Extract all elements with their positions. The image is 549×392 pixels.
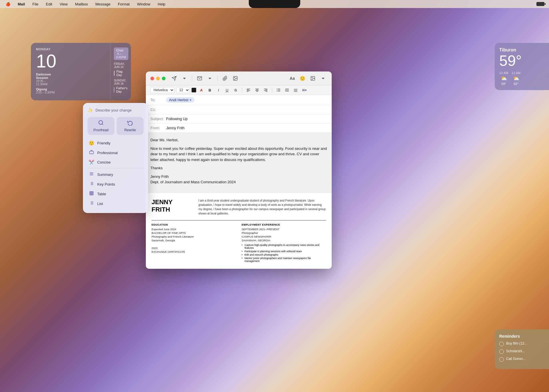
cv-employment-content: SEPTEMBER 2021–PRESENT Photographer CAMP… xyxy=(242,227,326,242)
italic-button[interactable]: I xyxy=(215,87,222,93)
subject-field[interactable]: Subject: Following Up xyxy=(146,114,332,124)
cc-field[interactable]: Cc: xyxy=(146,105,332,114)
strikethrough-button[interactable]: S xyxy=(232,87,239,93)
ai-button[interactable]: AI▾ xyxy=(301,87,308,93)
svg-point-25 xyxy=(277,89,277,89)
menu-mailbox[interactable]: Mailbox xyxy=(74,1,89,7)
calendar-section-fri: FRIDAY, JUN 14 xyxy=(114,62,128,69)
bold-button[interactable]: B xyxy=(206,87,213,93)
format-bar: Helvetica 12 A B I U S xyxy=(146,85,332,95)
cv-bio: I am a third-year student undergraduate … xyxy=(198,198,326,216)
body-greeting: Dear Ms. Herbst, xyxy=(150,137,327,143)
writing-tools-main-actions: Proofread Rewrite xyxy=(87,117,144,135)
menu-window[interactable]: Window xyxy=(136,1,151,7)
send-dropdown-icon[interactable] xyxy=(180,74,188,82)
svg-point-26 xyxy=(277,90,277,90)
calendar-section-sun: SUNDAY, JUN 16 xyxy=(114,79,128,85)
friendly-label: Friendly xyxy=(97,141,110,145)
format-separator-2 xyxy=(272,87,272,93)
apple-menu[interactable]: 🍎 xyxy=(5,1,11,7)
weather-temp: 59° xyxy=(499,53,544,69)
toolbar-separator-2 xyxy=(217,75,218,81)
from-label: From: xyxy=(150,126,166,130)
reminder-item-1: Scholarshi... xyxy=(499,349,544,354)
professional-menu-item[interactable]: Professional xyxy=(87,148,144,158)
calendar-event-qigong: Qigong 2:00 – 3:30PM xyxy=(36,87,56,94)
calendar-event-flag-day: Flag Day xyxy=(114,70,128,77)
menu-edit[interactable]: Edit xyxy=(45,1,53,7)
sparkle-icon: ✨ xyxy=(87,108,93,113)
menu-help[interactable]: Help xyxy=(157,1,167,7)
writing-tools-title: Describe your change xyxy=(96,108,132,112)
font-size-select[interactable]: 12 xyxy=(176,87,190,93)
recipients-dropdown-icon[interactable] xyxy=(206,74,214,82)
menu-view[interactable]: View xyxy=(59,1,69,7)
highlight-button[interactable]: A xyxy=(198,87,205,93)
list-icon xyxy=(89,201,94,206)
concise-menu-item[interactable]: ✂️ Concise xyxy=(87,158,144,167)
recipient-tag[interactable]: Andi Herbst ▾ xyxy=(166,97,194,103)
proofread-button[interactable]: Proofread xyxy=(87,117,114,135)
menu-file[interactable]: File xyxy=(31,1,39,7)
rewrite-button[interactable]: Rewrite xyxy=(117,117,144,135)
mail-body[interactable]: Dear Ms. Herbst, Nice to meet you for co… xyxy=(146,133,332,192)
more-format-button[interactable] xyxy=(292,87,299,93)
weather-hourly: 10 AM ⛅ 59° 11 AM ⛅ 62° xyxy=(499,71,544,85)
format-separator xyxy=(242,87,242,93)
cv-bullet-0: Capture high-quality photographs to acco… xyxy=(242,244,326,249)
font-color-swatch[interactable] xyxy=(192,88,196,92)
to-label: To: xyxy=(150,98,166,102)
body-signature: Jenny FrithDept. of Journalism and Mass … xyxy=(150,174,327,185)
svg-point-8 xyxy=(312,77,312,78)
send-icon[interactable] xyxy=(170,74,178,82)
calendar-widget: MONDAY 10 Darkroom Session 10:30 – 11:30… xyxy=(31,43,131,100)
svg-point-27 xyxy=(277,91,277,91)
indent-button[interactable] xyxy=(284,87,291,93)
menu-mail[interactable]: Mail xyxy=(17,1,26,7)
weather-hour-11am: 11 AM ⛅ 62° xyxy=(512,71,520,85)
professional-label: Professional xyxy=(97,151,118,155)
align-center-button[interactable] xyxy=(254,87,260,93)
menu-bar-right xyxy=(536,2,544,6)
menu-divider xyxy=(87,168,144,168)
table-menu-item[interactable]: Table xyxy=(87,189,144,199)
friendly-menu-item[interactable]: 🙂 Friendly xyxy=(87,138,144,148)
cv-education-col: EDUCATION Expected June 2024 BACHELOR OF… xyxy=(152,223,236,263)
mail-fields: To: Andi Herbst ▾ Cc: Subject: Following… xyxy=(146,95,332,133)
photo-picker-dropdown[interactable] xyxy=(319,74,327,82)
cv-name: JENNYFRITH xyxy=(152,198,192,216)
maximize-button[interactable] xyxy=(162,77,166,80)
list-label: List xyxy=(97,202,103,206)
close-button[interactable] xyxy=(150,77,154,80)
photo-picker-icon[interactable] xyxy=(309,74,317,82)
font-icon[interactable]: Aa xyxy=(288,74,296,82)
list-button[interactable] xyxy=(275,87,282,93)
underline-button[interactable]: U xyxy=(224,87,230,93)
table-label: Table xyxy=(97,192,106,196)
recipients-icon[interactable] xyxy=(196,74,204,82)
list-menu-item[interactable]: List xyxy=(87,199,144,208)
calendar-date: 10 xyxy=(36,52,56,70)
minimize-button[interactable] xyxy=(156,77,160,80)
align-right-button[interactable] xyxy=(262,87,269,93)
body-main: Nice to meet you for coffee yesterday. S… xyxy=(150,146,327,163)
align-left-button[interactable] xyxy=(245,87,252,93)
calendar-event-fathers-day: Father's Day xyxy=(114,86,128,93)
from-field[interactable]: From: Jenny Frith xyxy=(146,124,332,133)
mail-toolbar: Aa 🙂 xyxy=(146,71,332,85)
photo-icon[interactable] xyxy=(231,74,239,82)
svg-rect-46 xyxy=(90,192,93,195)
cv-bullet-3: Mentor junior photographers and maintain… xyxy=(242,257,326,262)
summary-menu-item[interactable]: Summary xyxy=(87,170,144,179)
calendar-event-choir: Choir 8 – 8:45PM xyxy=(114,47,128,60)
cv-divider xyxy=(152,220,326,220)
font-select[interactable]: Helvetica xyxy=(150,87,174,93)
menu-format[interactable]: Format xyxy=(117,1,131,7)
emoji-icon[interactable]: 🙂 xyxy=(299,74,307,82)
from-value: Jenny Frith xyxy=(166,126,184,130)
attachment-icon[interactable] xyxy=(221,74,229,82)
writing-tools-popup: ✨ Describe your change Proofread Rewrite xyxy=(83,103,148,213)
menu-message[interactable]: Message xyxy=(94,1,112,7)
key-points-menu-item[interactable]: Key Points xyxy=(87,179,144,189)
to-field[interactable]: To: Andi Herbst ▾ xyxy=(146,95,332,105)
